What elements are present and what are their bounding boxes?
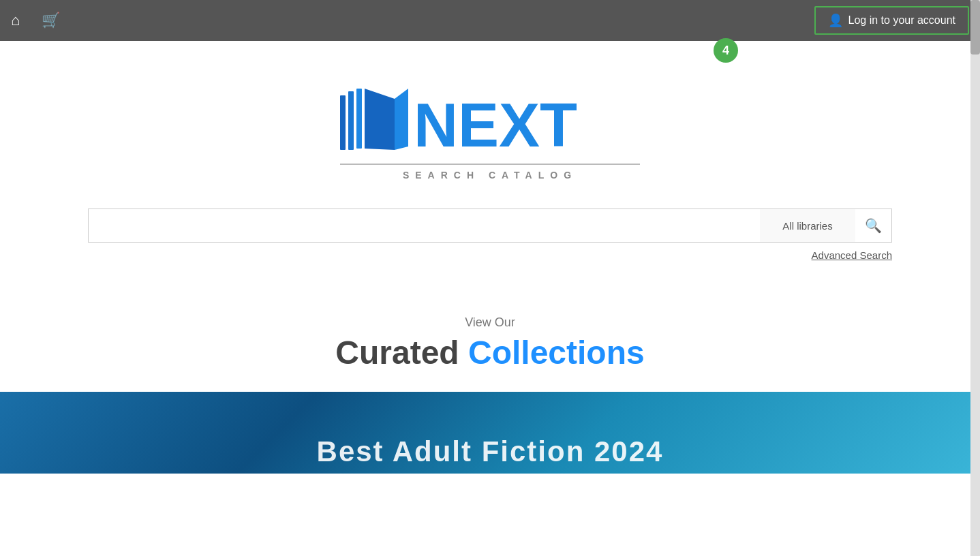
library-select[interactable]: All libraries	[760, 208, 855, 243]
advanced-search-row: Advanced Search	[88, 249, 892, 261]
nav-left: ⌂ 🛒	[11, 12, 60, 29]
home-icon[interactable]: ⌂	[11, 12, 20, 29]
step-badge: 4	[714, 38, 738, 63]
svg-rect-2	[356, 89, 362, 149]
banner-text: Best Adult Fiction 2024	[317, 435, 664, 474]
search-input[interactable]	[88, 208, 760, 243]
login-button[interactable]: 👤 Log in to your account	[814, 6, 969, 35]
logo-subtitle: SEARCH CATALOG	[403, 170, 577, 181]
svg-rect-1	[348, 91, 354, 150]
curated-section: View Our Curated Collections	[0, 315, 980, 371]
curated-blue-text: Collections	[468, 335, 645, 371]
svg-marker-3	[365, 89, 395, 150]
scrollbar[interactable]	[970, 0, 980, 556]
scrollbar-thumb[interactable]	[970, 0, 980, 55]
search-area: All libraries 🔍 Advanced Search	[33, 208, 947, 261]
user-icon: 👤	[828, 13, 843, 28]
logo-svg: NEXT	[333, 82, 647, 170]
login-label: Log in to your account	[848, 14, 955, 27]
svg-rect-0	[340, 95, 346, 150]
advanced-search-label: Advanced Search	[812, 249, 892, 261]
search-icon: 🔍	[865, 217, 882, 234]
step-badge-number: 4	[722, 44, 729, 58]
curated-dark-text: Curated	[335, 335, 459, 371]
svg-text:NEXT: NEXT	[414, 91, 577, 159]
view-our-text: View Our	[0, 315, 980, 330]
advanced-search-link[interactable]: Advanced Search	[812, 249, 892, 261]
main-content: NEXT SEARCH CATALOG All libraries 🔍 Adva…	[0, 41, 980, 474]
cart-icon[interactable]: 🛒	[42, 12, 60, 29]
top-nav: ⌂ 🛒 👤 Log in to your account 4	[0, 0, 980, 41]
curated-heading: Curated Collections	[0, 334, 980, 371]
search-button[interactable]: 🔍	[855, 208, 892, 243]
banner-image: Best Adult Fiction 2024	[0, 392, 980, 474]
search-row: All libraries 🔍	[88, 208, 892, 243]
svg-marker-4	[395, 89, 408, 150]
logo-container: NEXT SEARCH CATALOG	[333, 82, 647, 181]
logo-wrapper: NEXT SEARCH CATALOG	[333, 82, 647, 208]
